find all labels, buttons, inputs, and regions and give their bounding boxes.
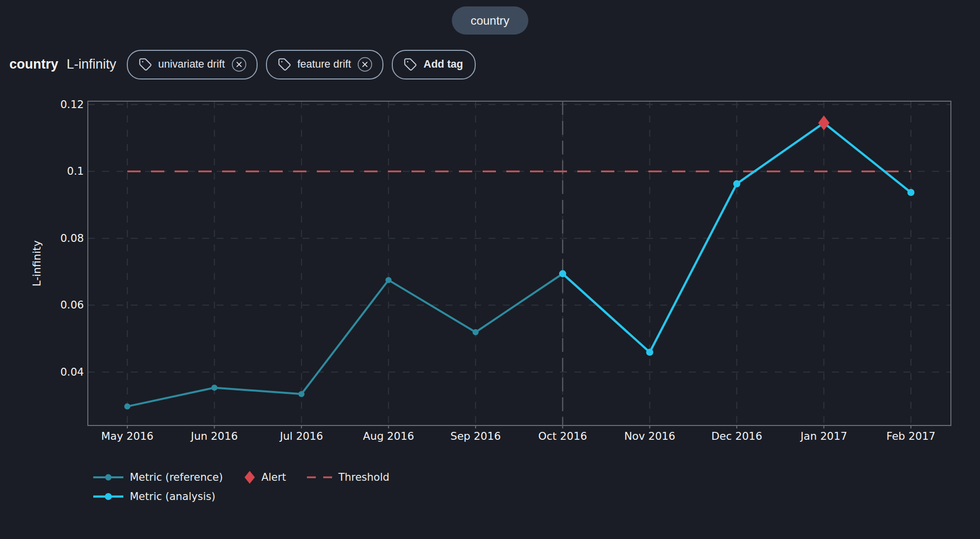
threshold-dash-swatch-icon (307, 473, 333, 482)
legend-item-metric-analysis[interactable]: Metric (analysis) (93, 491, 215, 502)
analysis-point[interactable] (559, 270, 566, 277)
legend-item-threshold[interactable]: Threshold (307, 471, 390, 483)
x-tick-label: Jan 2017 (799, 430, 847, 442)
analysis-point[interactable] (907, 189, 914, 196)
reference-line (127, 273, 563, 406)
alert-marker[interactable] (818, 116, 829, 130)
drift-line-chart[interactable]: May 2016Jun 2016Jul 2016Aug 2016Sep 2016… (0, 0, 980, 539)
analysis-point[interactable] (733, 180, 740, 187)
chart-legend: Metric (reference) Alert Threshold Metri… (93, 469, 389, 505)
reference-point[interactable] (385, 277, 391, 283)
legend-label: Alert (262, 471, 286, 483)
y-tick-label: 0.06 (60, 299, 84, 311)
analysis-line-swatch-icon (93, 492, 124, 501)
x-tick-label: Feb 2017 (886, 430, 936, 442)
legend-item-metric-reference[interactable]: Metric (reference) (93, 471, 223, 483)
y-tick-label: 0.12 (60, 98, 84, 111)
x-tick-label: Dec 2016 (712, 430, 762, 442)
x-tick-label: May 2016 (101, 430, 153, 442)
y-tick-label: 0.04 (60, 366, 84, 378)
reference-point[interactable] (473, 329, 479, 335)
y-axis-title: L-infinity (31, 240, 43, 287)
alert-diamond-icon (244, 470, 256, 485)
x-tick-label: Oct 2016 (538, 430, 587, 442)
plot-border (88, 101, 951, 425)
legend-label: Metric (analysis) (130, 491, 215, 502)
reference-point[interactable] (124, 403, 130, 409)
y-tick-label: 0.1 (67, 165, 84, 177)
y-tick-label: 0.08 (60, 232, 84, 244)
legend-label: Threshold (339, 471, 390, 483)
x-tick-label: Jun 2016 (190, 430, 238, 442)
legend-label: Metric (reference) (130, 471, 223, 483)
x-tick-label: Sep 2016 (451, 430, 501, 442)
reference-point[interactable] (211, 385, 217, 390)
reference-line-swatch-icon (93, 473, 124, 482)
x-tick-label: Aug 2016 (363, 430, 415, 442)
reference-point[interactable] (299, 391, 304, 397)
x-tick-label: Nov 2016 (624, 430, 676, 442)
analysis-point[interactable] (646, 348, 653, 355)
x-tick-label: Jul 2016 (279, 430, 323, 442)
legend-item-alert[interactable]: Alert (244, 470, 286, 485)
